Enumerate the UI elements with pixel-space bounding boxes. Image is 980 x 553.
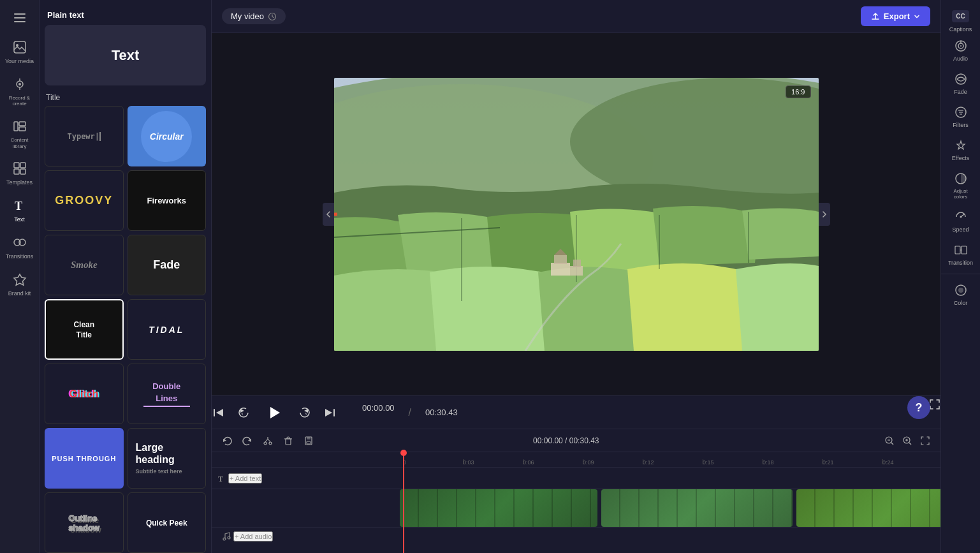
rewind-5s-button[interactable]: 5 <box>237 406 250 419</box>
svg-text:T: T <box>218 475 223 483</box>
right-sidebar-item-label: Filters <box>953 122 969 128</box>
undo-button[interactable] <box>219 433 235 448</box>
template-glitch[interactable]: Glitch <box>45 364 124 424</box>
video-clip-3[interactable] <box>796 489 940 527</box>
svg-point-49 <box>269 442 272 445</box>
export-button[interactable]: Export <box>861 6 930 26</box>
sidebar-item-your-media[interactable]: Your media <box>2 34 38 69</box>
right-sidebar-item-label: Color <box>954 300 968 306</box>
sidebar-item-record-create[interactable]: Record &create <box>2 71 38 111</box>
template-circular[interactable]: Circular <box>128 106 207 166</box>
arrow-overlay <box>334 198 340 230</box>
template-outline-shadow[interactable]: Outlineshadow <box>45 492 124 553</box>
template-tidal[interactable]: TIDAL <box>128 299 207 360</box>
right-sidebar-item-color[interactable]: Color <box>943 278 979 310</box>
arrow-svg <box>334 198 340 230</box>
right-sidebar-item-label: Effects <box>952 155 969 161</box>
template-double-lines[interactable]: Double Lines <box>128 364 207 424</box>
video-clip-1[interactable] <box>400 489 597 527</box>
svg-text:T: T <box>15 200 22 212</box>
svg-rect-11 <box>19 127 26 131</box>
sidebar-item-brand-kit[interactable]: Brand kit <box>2 267 38 301</box>
cut-button[interactable] <box>260 433 275 448</box>
forward-5s-button[interactable]: 5 <box>298 406 311 419</box>
timeline-time-display: 00:00.00 / 00:30.43 <box>533 436 599 445</box>
playhead[interactable] <box>403 452 404 553</box>
title-settings-icon <box>268 12 277 21</box>
right-sidebar-item-speed[interactable]: Speed <box>943 205 979 237</box>
template-groovy[interactable]: GROOVY <box>45 170 124 231</box>
sidebar-item-label: Your media <box>5 58 34 65</box>
right-sidebar-item-transition[interactable]: Transition <box>943 238 979 270</box>
svg-rect-3 <box>14 41 26 53</box>
svg-marker-46 <box>223 439 226 442</box>
right-sidebar-item-adjust-colors[interactable]: Adjustcolors <box>943 166 979 203</box>
panel-header: Plain text <box>40 0 211 25</box>
svg-rect-81 <box>962 246 967 254</box>
template-large-heading[interactable]: Large heading Subtitle text here <box>128 428 207 489</box>
svg-marker-45 <box>325 409 332 417</box>
colors-icon <box>953 170 969 187</box>
svg-rect-1 <box>14 17 26 18</box>
right-sidebar-item-filters[interactable]: Filters <box>943 100 979 132</box>
right-sidebar-item-effects[interactable]: Effects <box>943 133 979 165</box>
sidebar-item-label: Templates <box>6 179 33 186</box>
right-sidebar-item-fade[interactable]: Fade <box>943 67 979 99</box>
svg-rect-10 <box>19 122 26 126</box>
sidebar-item-transitions[interactable]: Transitions <box>2 230 38 264</box>
video-track-label <box>212 489 400 527</box>
right-sidebar-item-audio[interactable]: Audio <box>943 34 979 66</box>
collapse-right-button[interactable] <box>819 203 830 226</box>
zoom-in-button[interactable] <box>900 433 915 448</box>
sidebar-item-label: Record &create <box>9 95 30 107</box>
video-clip-2[interactable] <box>601 489 793 527</box>
template-quick-peek[interactable]: Quick Peek <box>128 492 207 553</box>
video-title-tab[interactable]: My video <box>222 8 286 24</box>
svg-rect-37 <box>214 409 215 417</box>
ruler-mark: 0:24 <box>882 459 940 464</box>
add-text-button[interactable]: + Add text <box>228 473 262 483</box>
fullscreen-button[interactable] <box>929 399 940 413</box>
add-audio-button[interactable]: + Add audio <box>233 531 273 542</box>
sidebar-item-label: Transitions <box>6 253 34 260</box>
ruler-mark: 0:09 <box>583 459 643 464</box>
template-push-through[interactable]: PUSH THROUGH <box>45 428 124 489</box>
effects-icon <box>953 137 969 154</box>
svg-line-50 <box>265 439 268 442</box>
timeline-tracks-area: 0 0:03 0:06 0:09 <box>212 452 940 553</box>
template-fireworks[interactable]: Fireworks <box>128 170 207 231</box>
play-pause-button[interactable] <box>263 401 286 424</box>
plain-text-card[interactable]: Text <box>45 25 206 85</box>
timeline-toolbar: 00:00.00 / 00:30.43 <box>212 429 940 452</box>
template-smoke[interactable]: Smoke <box>45 235 124 295</box>
text-track: T + Add text <box>212 468 940 489</box>
template-clean-title[interactable]: Clean Title <box>45 299 124 360</box>
svg-rect-56 <box>307 437 311 439</box>
playback-bar: 5 5 00:00.00 / 00:30.43 <box>212 395 940 429</box>
svg-rect-31 <box>554 255 567 264</box>
hamburger-menu[interactable] <box>8 6 31 29</box>
save-button[interactable] <box>301 433 316 448</box>
skip-back-button[interactable] <box>212 406 224 419</box>
template-fade[interactable]: Fade <box>128 235 207 295</box>
svg-rect-0 <box>14 13 26 15</box>
skip-forward-button[interactable] <box>324 406 337 419</box>
sidebar-item-content-library[interactable]: Contentlibrary <box>2 114 38 153</box>
redo-button[interactable] <box>240 433 255 448</box>
transition-icon <box>953 242 969 258</box>
help-button[interactable]: ? <box>907 396 930 419</box>
playback-time-display: 00:00.00 <box>362 403 395 413</box>
delete-button[interactable] <box>281 433 296 448</box>
cc-button[interactable]: CC <box>952 10 969 22</box>
ruler-mark: 0:21 <box>823 459 882 464</box>
video-background <box>334 78 819 351</box>
zoom-out-button[interactable] <box>882 433 897 448</box>
sidebar-item-templates[interactable]: Templates <box>2 156 38 190</box>
text-icon: T <box>11 196 29 214</box>
svg-marker-47 <box>248 439 251 442</box>
collapse-left-button[interactable] <box>323 203 334 226</box>
sidebar-item-text[interactable]: T Text <box>2 193 38 227</box>
fit-timeline-button[interactable] <box>918 433 933 448</box>
upload-icon <box>871 12 880 21</box>
template-typewriter[interactable]: Typewr| <box>45 106 124 166</box>
